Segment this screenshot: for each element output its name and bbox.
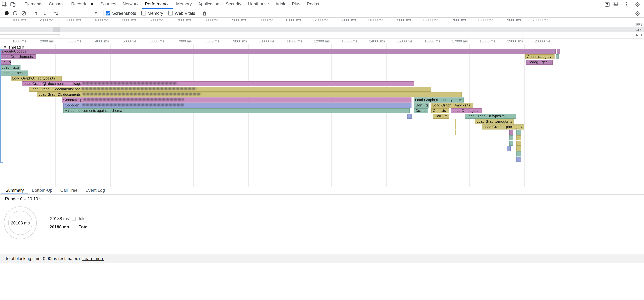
flame-bar[interactable]: Load Graph…n-types.ts xyxy=(465,114,516,119)
flame-bar[interactable]: Load GraphQL documents: xyxy=(37,92,462,97)
flame-bar[interactable]: Gen…ts xyxy=(414,103,429,108)
load-profile-button[interactable] xyxy=(32,9,40,17)
flame-bar[interactable]: Generate: p xyxy=(62,98,412,103)
tab-security[interactable]: Security xyxy=(222,0,244,9)
flame-bar[interactable]: Load Gra…hema.ts xyxy=(0,54,36,59)
flame-bar-label: Load Grap…/mocks.ts xyxy=(476,119,512,123)
flame-bar[interactable] xyxy=(516,146,521,151)
flame-bar-label: Load Graph…/mocks.ts xyxy=(432,103,470,107)
settings-button[interactable] xyxy=(612,0,620,8)
history-select[interactable]: #1 xyxy=(52,10,99,16)
flame-bar[interactable]: Cod…ts xyxy=(433,114,449,119)
flame-bar[interactable]: Load Grap…/mocks.ts xyxy=(475,119,514,124)
tab-performance[interactable]: Performance xyxy=(142,0,173,9)
flame-bar[interactable]: Validate documents against schema xyxy=(63,108,410,113)
ruler-tick-label: 13000 ms xyxy=(332,39,358,43)
toolbar-separator xyxy=(104,10,104,16)
redacted-text xyxy=(83,93,202,95)
flame-bar[interactable]: Gen…ts xyxy=(431,108,449,113)
flame-bar[interactable]: Co…ts xyxy=(414,108,428,113)
flame-bar[interactable] xyxy=(507,146,511,151)
flame-bar[interactable]: Load Graph…/mocks.ts xyxy=(431,103,473,108)
flame-bar[interactable]: Load GraphQL …urn-types.ts xyxy=(414,98,464,103)
flame-bar[interactable]: Load …s.ts xyxy=(0,65,20,70)
more-options-button[interactable] xyxy=(622,0,631,8)
details-tab-summary[interactable]: Summary xyxy=(2,187,28,194)
flame-bar[interactable]: Codegen: xyxy=(63,103,412,108)
clear-icon xyxy=(21,10,26,16)
flame-bar-label: Co…ts xyxy=(416,109,426,113)
record-button[interactable] xyxy=(2,9,11,17)
flame-bar[interactable] xyxy=(455,119,456,124)
flame-bar-label: Load Graph…packages/ xyxy=(483,125,522,129)
tab-recorder[interactable]: Recorder xyxy=(68,0,97,9)
flame-bar[interactable]: Load Graph…packages/ xyxy=(482,124,524,130)
flame-bar[interactable]: Codeg…ges/ xyxy=(526,60,553,65)
tab-application[interactable]: Application xyxy=(195,0,222,9)
ruler-tick-label: 2000 ms xyxy=(28,39,54,43)
device-toolbar-button[interactable] xyxy=(8,0,17,8)
flame-bar[interactable] xyxy=(509,130,513,135)
flame-bar[interactable] xyxy=(557,49,560,54)
flame-bar[interactable] xyxy=(455,124,456,130)
save-profile-button[interactable] xyxy=(40,9,49,17)
timeline-overview[interactable]: 1000 ms2000 ms3000 ms4000 ms5000 ms6000 … xyxy=(0,18,644,39)
ruler-tick-label: 9000 ms xyxy=(221,18,246,22)
details-tab-bottom-up[interactable]: Bottom-Up xyxy=(28,187,56,194)
tab-sources[interactable]: Sources xyxy=(97,0,120,9)
memory-checkbox[interactable]: Memory xyxy=(141,11,163,16)
capture-settings-button[interactable] xyxy=(633,9,642,17)
donut-total-label: 20188 ms xyxy=(4,207,36,239)
legend-row-total: 20188 ms Total xyxy=(48,224,89,230)
ruler-tick-label: 2000 ms xyxy=(28,18,54,22)
flame-bar[interactable] xyxy=(509,141,513,146)
flame-bar[interactable]: Load GraphQL documents: pac xyxy=(29,87,431,92)
tab-network[interactable]: Network xyxy=(120,0,142,9)
flame-bar[interactable] xyxy=(516,151,521,156)
ruler-tick-label: 19000 ms xyxy=(498,39,523,43)
inspect-element-button[interactable] xyxy=(0,0,8,8)
details-tab-call-tree[interactable]: Call Tree xyxy=(56,187,82,194)
gear-icon xyxy=(635,2,640,7)
checkbox-checked-icon xyxy=(106,11,110,16)
web-vitals-checkbox[interactable]: Web Vitals xyxy=(168,11,195,16)
details-tab-event-log[interactable]: Event Log xyxy=(82,187,109,194)
idle-label: Idle xyxy=(79,216,86,221)
tab-memory[interactable]: Memory xyxy=(173,0,195,9)
flame-bar[interactable] xyxy=(516,135,521,140)
flame-bar[interactable]: Load G…pes.ts xyxy=(0,71,28,76)
clear-button[interactable] xyxy=(20,9,28,17)
tab-console[interactable]: Console xyxy=(46,0,68,9)
flame-bar[interactable]: Load GraphQL documents: package xyxy=(22,81,414,86)
tab-lighthouse[interactable]: Lighthouse xyxy=(244,0,272,9)
flame-bar[interactable] xyxy=(455,130,456,135)
tab-redux[interactable]: Redux xyxy=(304,0,322,9)
flame-chart[interactable]: 1000 ms2000 ms3000 ms4000 ms5000 ms6000 … xyxy=(0,39,644,187)
ruler-tick-label: 3000 ms xyxy=(56,18,81,22)
tab-adblock-plus[interactable]: Adblock Plus xyxy=(272,0,304,9)
flame-bar[interactable]: executeCodegen xyxy=(0,49,556,54)
flame-bar[interactable] xyxy=(516,141,521,146)
flame-bar[interactable] xyxy=(516,157,521,162)
flame-bar[interactable] xyxy=(509,135,513,140)
reload-icon xyxy=(12,10,18,16)
learn-more-link[interactable]: Learn more xyxy=(82,256,104,261)
fps-lane-label: FPS xyxy=(632,22,642,27)
tab-elements[interactable]: Elements xyxy=(21,0,46,9)
ruler-tick-label: 19000 ms xyxy=(496,18,521,22)
thread-header[interactable]: Thread 0 xyxy=(4,45,24,49)
screenshots-checkbox[interactable]: Screenshots xyxy=(106,11,136,16)
flame-bar[interactable]: Genera…ages/ xyxy=(526,54,554,59)
flame-bar[interactable] xyxy=(516,130,521,135)
total-value: 20188 ms xyxy=(48,224,69,229)
reload-and-record-button[interactable] xyxy=(11,9,20,17)
messages-badge[interactable]: 3 xyxy=(605,2,610,7)
ruler-tick-label: 16000 ms xyxy=(413,18,438,22)
delete-recording-button[interactable] xyxy=(200,9,209,17)
flame-bar[interactable]: Load GraphQ…ed/types.ts xyxy=(11,76,62,81)
flame-bar[interactable]: Load G…kages/ xyxy=(451,108,482,113)
window-settings-button[interactable] xyxy=(633,0,642,8)
flame-bar[interactable] xyxy=(556,54,559,59)
summary-donut-chart: 20188 ms xyxy=(4,206,37,239)
flame-bar[interactable] xyxy=(407,114,412,119)
